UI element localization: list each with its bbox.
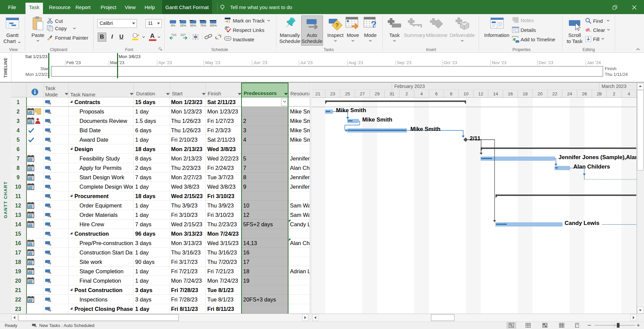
svg-text:4: 4	[420, 91, 423, 96]
svg-text:22: 22	[552, 91, 557, 96]
svg-text:4: 4	[628, 91, 630, 96]
svg-text:25: 25	[345, 91, 350, 96]
svg-text:29: 29	[375, 91, 380, 96]
svg-text:23: 23	[330, 91, 335, 96]
svg-text:6: 6	[435, 91, 438, 96]
svg-text:Jennifer Jones (Sample),Alan C: Jennifer Jones (Sample),Alan C	[558, 154, 636, 160]
svg-text:Candy Lewis: Candy Lewis	[565, 220, 599, 226]
svg-text:8: 8	[450, 91, 452, 96]
svg-text:?: ?	[335, 22, 339, 28]
svg-text:February 2023: February 2023	[394, 84, 425, 89]
svg-text:March 2023: March 2023	[602, 84, 627, 89]
svg-text:18: 18	[523, 91, 528, 96]
svg-text:Alan Childers: Alan Childers	[573, 163, 610, 170]
svg-text:2/11: 2/11	[470, 135, 480, 142]
svg-text:Mike Smith: Mike Smith	[336, 107, 366, 113]
svg-text:2: 2	[406, 91, 408, 96]
svg-text:10: 10	[464, 91, 469, 96]
svg-text:26: 26	[582, 91, 587, 96]
svg-text:12: 12	[478, 91, 483, 96]
svg-text:21: 21	[315, 91, 320, 96]
svg-text:28: 28	[597, 91, 602, 96]
svg-text:20: 20	[537, 91, 542, 96]
svg-text:24: 24	[567, 91, 573, 96]
svg-text:27: 27	[360, 91, 365, 96]
svg-text:Mike Smith: Mike Smith	[362, 116, 392, 123]
svg-text:31: 31	[389, 91, 394, 96]
svg-text:14: 14	[493, 91, 498, 96]
svg-text:?: ?	[371, 19, 376, 30]
svg-text:16: 16	[508, 91, 513, 96]
svg-text:Mike Smith: Mike Smith	[411, 126, 441, 132]
svg-text:2: 2	[613, 91, 615, 96]
